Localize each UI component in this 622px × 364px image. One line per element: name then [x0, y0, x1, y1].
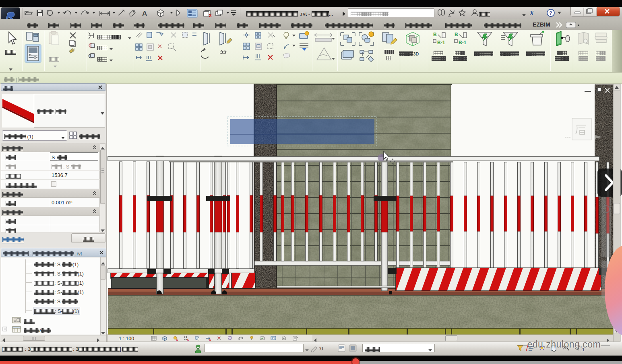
svg-text:x: x [209, 337, 211, 341]
svg-text:A: A [142, 10, 147, 17]
svg-text:B-1: B-1 [459, 40, 467, 45]
svg-text:B-1: B-1 [437, 40, 445, 45]
svg-text:?: ? [549, 10, 552, 16]
svg-text:x: x [187, 337, 189, 341]
svg-text::0: :0 [319, 346, 323, 352]
svg-text:B: B [433, 32, 437, 37]
svg-text:B: B [455, 32, 458, 37]
svg-text:x: x [209, 12, 212, 18]
svg-text:x: x [176, 337, 178, 341]
svg-text:X: X [529, 9, 534, 17]
